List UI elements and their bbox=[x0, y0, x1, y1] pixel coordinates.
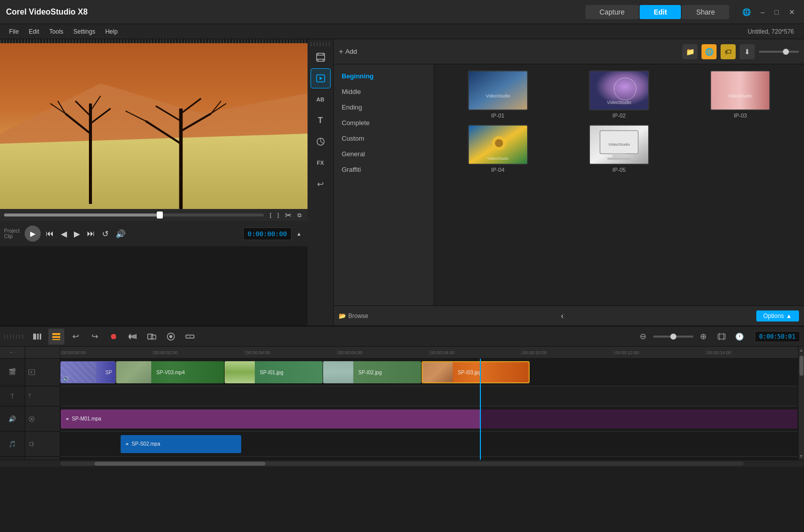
undo-button[interactable]: ↩ bbox=[67, 329, 83, 345]
thumb-ip05[interactable]: VideoStudio IP-05 bbox=[561, 125, 676, 173]
ruler-mark-6: 00:00:12:00 bbox=[614, 350, 706, 355]
panel-drag-handle bbox=[0, 39, 308, 43]
repeat-button[interactable]: ↺ bbox=[100, 227, 111, 241]
copy-button[interactable]: ⧉ bbox=[295, 208, 304, 222]
redo-button[interactable]: ↪ bbox=[86, 329, 103, 345]
clip-i03[interactable]: SP-I03.jpg bbox=[422, 361, 530, 383]
add-button[interactable]: + Add bbox=[339, 47, 357, 56]
snap-button[interactable] bbox=[163, 329, 179, 345]
horizontal-scrollbar[interactable] bbox=[60, 462, 744, 466]
volume-button[interactable]: 🔊 bbox=[114, 227, 128, 241]
globe-icon[interactable]: 🌐 bbox=[739, 7, 754, 17]
thumb-ip04-image: 4K VideoStudio bbox=[468, 125, 528, 165]
scrollbar-right[interactable]: ▲ ▼ bbox=[798, 347, 804, 460]
svg-text:VideoStudio: VideoStudio bbox=[485, 93, 510, 98]
audio-button[interactable] bbox=[125, 329, 141, 345]
browse-back-button[interactable]: ‹ bbox=[559, 309, 565, 323]
multicam-button[interactable] bbox=[144, 329, 160, 345]
text-button[interactable]: T bbox=[311, 111, 331, 131]
tag-button[interactable]: 🏷 bbox=[721, 44, 736, 59]
scrollbar-thumb[interactable] bbox=[799, 356, 803, 376]
out-point-button[interactable]: ] bbox=[275, 208, 281, 222]
timeline-zoom-slider[interactable] bbox=[653, 336, 693, 338]
scroll-up-arrow[interactable]: ▲ bbox=[798, 347, 804, 354]
title-button[interactable]: AB bbox=[311, 89, 331, 110]
toolbar-drag-handle bbox=[311, 42, 331, 46]
next-frame-button[interactable]: ▶ bbox=[72, 227, 82, 241]
storyboard-icon bbox=[32, 332, 42, 342]
fx-button[interactable]: FX bbox=[311, 153, 331, 173]
menu-help[interactable]: Help bbox=[100, 26, 123, 37]
category-beginning[interactable]: Beginning bbox=[334, 68, 434, 84]
text-track-control[interactable]: T bbox=[0, 386, 25, 406]
clip-sp[interactable]: SP 🔊 bbox=[60, 361, 116, 383]
category-custom[interactable]: Custom bbox=[334, 131, 434, 146]
progress-bar[interactable] bbox=[4, 214, 264, 217]
sort-button[interactable]: ⬇ bbox=[740, 44, 755, 59]
clip-i02[interactable]: SP-I02.jpg bbox=[323, 361, 421, 383]
instant-project-button[interactable] bbox=[311, 68, 331, 88]
svg-rect-42 bbox=[608, 158, 631, 160]
tab-share[interactable]: Share bbox=[682, 5, 729, 19]
zoom-out-button[interactable]: ⊖ bbox=[635, 329, 651, 345]
close-button[interactable]: ✕ bbox=[786, 7, 798, 17]
thumb-ip04[interactable]: 4K VideoStudio IP-04 bbox=[440, 125, 555, 173]
ip05-svg: VideoStudio bbox=[590, 126, 648, 164]
audio-icon bbox=[128, 332, 138, 342]
thumb-ip02[interactable]: 4K VideoStudio IP-02 bbox=[561, 70, 676, 119]
clip-i01[interactable]: SP-I01.jpg bbox=[225, 361, 323, 383]
clip-v03[interactable]: SP-V03.mp4 bbox=[116, 361, 224, 383]
add-track-button[interactable]: + bbox=[10, 350, 12, 355]
zoom-slider[interactable] bbox=[759, 51, 799, 53]
maximize-button[interactable]: □ bbox=[772, 7, 782, 17]
options-button[interactable]: Options ▲ bbox=[756, 310, 799, 322]
progress-bar-wrap[interactable]: [ ] ✂ ⧉ bbox=[0, 209, 308, 221]
scroll-down-arrow[interactable]: ▼ bbox=[798, 453, 804, 460]
play-button[interactable]: ▶ bbox=[25, 226, 41, 242]
tab-capture[interactable]: Capture bbox=[585, 5, 639, 19]
menu-settings[interactable]: Settings bbox=[68, 26, 100, 37]
category-ending[interactable]: Ending bbox=[334, 99, 434, 115]
prev-frame-button[interactable]: ◀ bbox=[59, 227, 69, 241]
timecode-up[interactable]: ▲ bbox=[294, 229, 304, 239]
h-scrollbar-thumb[interactable] bbox=[94, 462, 265, 466]
sfx-track-control[interactable]: 🎵 bbox=[0, 432, 25, 457]
timeline-view-button[interactable] bbox=[48, 329, 64, 345]
prev-start-button[interactable]: ⏮ bbox=[44, 227, 56, 240]
tab-edit[interactable]: Edit bbox=[640, 5, 681, 19]
svg-point-53 bbox=[169, 335, 172, 338]
clock-button[interactable]: 🕐 bbox=[732, 329, 748, 345]
record-button[interactable]: ⏺ bbox=[106, 329, 122, 345]
ruler-mark-4: 00:00:08:00 bbox=[429, 350, 522, 355]
folder-button[interactable]: 📁 bbox=[682, 44, 697, 59]
clip-s02[interactable]: SP-S02.mpa bbox=[121, 435, 241, 453]
category-general[interactable]: General bbox=[334, 146, 434, 162]
video-track-control[interactable]: 🎬 bbox=[0, 359, 25, 386]
music-track-control[interactable]: 🔊 bbox=[0, 406, 25, 432]
clip-m01[interactable]: SP-M01.mpa bbox=[61, 409, 797, 429]
menu-edit[interactable]: Edit bbox=[24, 26, 44, 37]
next-end-button[interactable]: ⏭ bbox=[85, 227, 97, 240]
remove-track-button[interactable]: - bbox=[14, 350, 15, 355]
zoom-in-button[interactable]: ⊕ bbox=[695, 329, 712, 345]
cut-button[interactable]: ✂ bbox=[283, 208, 293, 222]
menu-tools[interactable]: Tools bbox=[44, 26, 68, 37]
thumb-ip01[interactable]: 4K VideoStudio IP-01 bbox=[440, 70, 555, 119]
title-track-button[interactable]: T bbox=[182, 329, 198, 345]
menu-file[interactable]: File bbox=[4, 26, 24, 37]
fit-button[interactable] bbox=[714, 329, 730, 345]
category-middle[interactable]: Middle bbox=[334, 84, 434, 99]
media-library-button[interactable] bbox=[311, 47, 331, 67]
return-button[interactable]: ↩ bbox=[311, 174, 331, 194]
in-point-button[interactable]: [ bbox=[268, 208, 273, 222]
category-complete[interactable]: Complete bbox=[334, 115, 434, 131]
minimize-button[interactable]: – bbox=[758, 7, 768, 17]
app-title: Corel VideoStudio X8 bbox=[6, 8, 585, 17]
browse-button[interactable]: 📂 Browse bbox=[339, 312, 368, 320]
storyboard-button[interactable] bbox=[29, 329, 45, 345]
effects-button[interactable] bbox=[311, 132, 331, 152]
globe-button[interactable]: 🌐 bbox=[701, 44, 717, 59]
thumb-ip03[interactable]: 4K VideoStudio IP-03 bbox=[683, 70, 798, 119]
svg-rect-56 bbox=[718, 334, 725, 339]
category-graffiti[interactable]: Graffiti bbox=[334, 162, 434, 177]
